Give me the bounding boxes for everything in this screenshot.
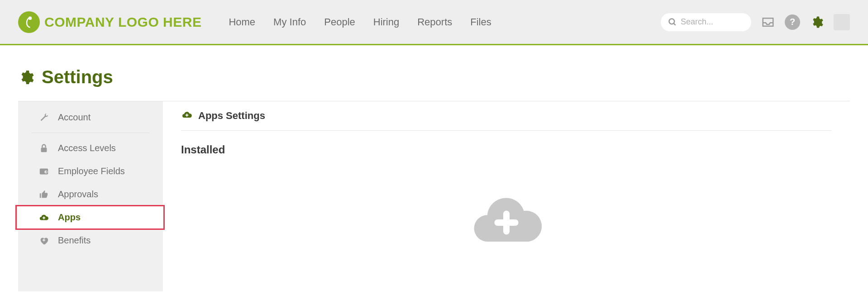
- nav-files[interactable]: Files: [470, 16, 491, 28]
- sidebar-item-access-levels[interactable]: Access Levels: [18, 137, 163, 160]
- section-header: Apps Settings: [181, 109, 832, 131]
- avatar[interactable]: [834, 14, 850, 30]
- sidebar-separator: [32, 133, 149, 133]
- svg-point-6: [46, 171, 47, 171]
- logo[interactable]: COMPANY LOGO HERE: [18, 11, 201, 33]
- nav-people[interactable]: People: [324, 16, 355, 28]
- id-card-icon: [38, 167, 50, 176]
- sidebar-item-apps[interactable]: Apps: [18, 206, 163, 229]
- add-app-cloud-icon[interactable]: [468, 188, 545, 251]
- settings-button[interactable]: [810, 15, 824, 29]
- gear-icon: [810, 15, 824, 29]
- inbox-icon: [761, 15, 775, 29]
- nav-home[interactable]: Home: [229, 16, 255, 28]
- sidebar-item-label: Access Levels: [58, 143, 116, 153]
- logo-text: COMPANY LOGO HERE: [44, 14, 201, 30]
- svg-line-2: [674, 23, 676, 25]
- installed-heading: Installed: [181, 143, 832, 156]
- section-title: Apps Settings: [198, 110, 265, 122]
- settings-page-icon: [18, 69, 34, 86]
- thumbs-up-icon: [38, 190, 50, 200]
- settings-sidebar: Account Access Levels Employee Fields Ap…: [18, 101, 163, 291]
- svg-point-0: [29, 17, 31, 19]
- body: Account Access Levels Employee Fields Ap…: [18, 101, 850, 291]
- sidebar-item-label: Apps: [58, 212, 81, 223]
- search-input[interactable]: [681, 17, 744, 27]
- wrench-icon: [38, 113, 50, 123]
- top-header: COMPANY LOGO HERE Home My Info People Hi…: [0, 0, 868, 45]
- search-box[interactable]: [661, 13, 751, 31]
- sidebar-item-label: Benefits: [58, 235, 91, 246]
- header-right: ?: [661, 13, 850, 31]
- empty-state: [181, 188, 832, 251]
- page-title: Settings: [42, 67, 113, 87]
- sidebar-item-approvals[interactable]: Approvals: [18, 183, 163, 206]
- sidebar-item-employee-fields[interactable]: Employee Fields: [18, 160, 163, 183]
- nav-my-info[interactable]: My Info: [273, 16, 306, 28]
- nav-reports[interactable]: Reports: [417, 16, 452, 28]
- page-title-wrap: Settings: [0, 45, 868, 101]
- sidebar-item-label: Employee Fields: [58, 166, 125, 176]
- nav-hiring[interactable]: Hiring: [373, 16, 399, 28]
- svg-rect-3: [41, 148, 47, 152]
- lock-icon: [38, 143, 50, 153]
- svg-point-1: [669, 19, 675, 24]
- sidebar-item-benefits[interactable]: Benefits: [18, 229, 163, 252]
- logo-icon: [18, 11, 40, 33]
- sidebar-item-label: Account: [58, 112, 91, 123]
- sidebar-item-label: Approvals: [58, 189, 98, 200]
- sidebar-item-account[interactable]: Account: [18, 106, 163, 129]
- inbox-button[interactable]: [761, 15, 775, 29]
- cloud-plus-icon: [38, 213, 50, 223]
- main-nav: Home My Info People Hiring Reports Files: [219, 16, 661, 28]
- search-icon: [668, 18, 677, 27]
- cloud-plus-icon: [181, 109, 193, 122]
- main-content: Apps Settings Installed: [163, 101, 850, 291]
- help-button[interactable]: ?: [785, 14, 800, 30]
- help-icon: ?: [790, 17, 795, 27]
- heart-plus-icon: [38, 236, 50, 246]
- svg-point-5: [44, 170, 47, 173]
